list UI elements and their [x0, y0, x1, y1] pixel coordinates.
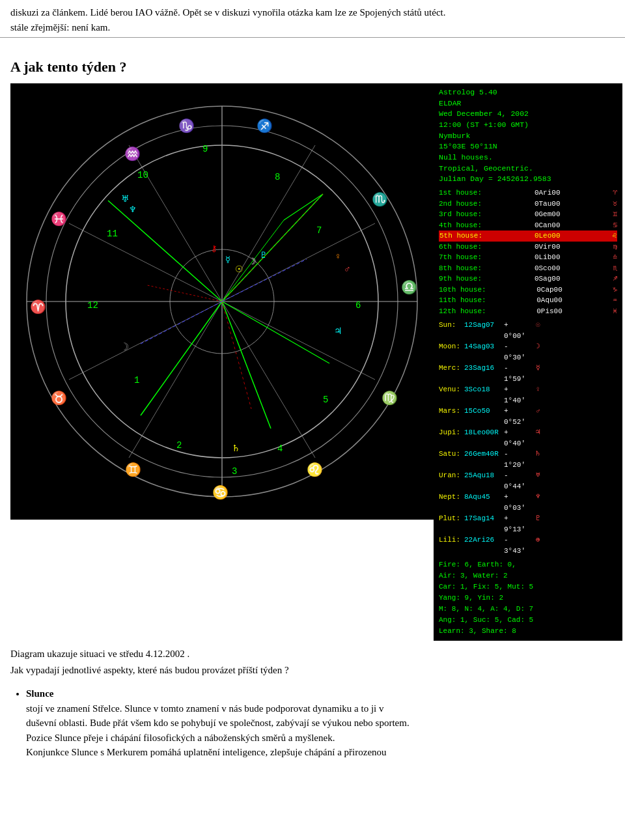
- chart-info-panel: Astrolog 5.40 ELDAR Wed December 4, 2002…: [434, 83, 622, 641]
- stat-learn: Learn: 3, Share: 8: [439, 626, 617, 637]
- svg-line-19: [108, 201, 222, 301]
- svg-text:♊: ♊: [125, 462, 141, 477]
- bullet-text-slunce-4: Konjunkce Slunce s Merkurem pomáhá uplat…: [26, 747, 387, 757]
- svg-text:☉: ☉: [235, 264, 243, 274]
- section-question-heading: A jak tento týden ?: [0, 43, 625, 83]
- svg-line-21: [284, 194, 323, 220]
- svg-text:9: 9: [202, 144, 208, 154]
- svg-line-10: [69, 223, 222, 301]
- svg-text:3: 3: [232, 466, 237, 477]
- stat-yang: Yang: 9, Yin: 2: [439, 593, 617, 604]
- svg-text:♅: ♅: [121, 194, 130, 204]
- info-software: Astrolog 5.40: [439, 87, 617, 98]
- below-chart-section: Diagram ukazuje situaci ve středu 4.12.2…: [0, 641, 625, 686]
- top-line2: stále zřejmější: není kam.: [10, 22, 110, 33]
- svg-text:4: 4: [277, 443, 283, 454]
- svg-text:♉: ♉: [51, 390, 67, 406]
- info-coords: 15°03E 50°11N: [439, 141, 617, 152]
- svg-text:☿: ☿: [225, 255, 230, 264]
- svg-line-12: [222, 223, 375, 301]
- info-location: Nymburk: [439, 131, 617, 142]
- info-name: ELDAR: [439, 98, 617, 109]
- diagram-caption: Diagram ukazuje situaci ve středu 4.12.2…: [10, 649, 615, 660]
- bullet-text-slunce-2: duševní oblasti. Bude přát všem kdo se p…: [26, 718, 410, 728]
- svg-text:♆: ♆: [129, 204, 137, 214]
- svg-text:♃: ♃: [334, 326, 342, 336]
- svg-text:♇: ♇: [260, 250, 268, 260]
- top-text-block: diskuzi za článkem. Lidé berou IAO vážně…: [0, 0, 625, 38]
- bullet-section: Slunce stojí ve znamení Střelce. Slunce …: [0, 686, 625, 774]
- svg-line-20: [222, 301, 329, 363]
- svg-text:5: 5: [323, 395, 328, 405]
- planets-section: Sun:12Sag07+ 0°00'☉ Moon:14Sag03- 0°30'☽…: [439, 320, 617, 556]
- info-date: Wed December 4, 2002: [439, 109, 617, 120]
- astro-chart: 12 1 2 3 4 5 6 7 8 9 10 11 ♑ ♐ ♏ ♎ ♍ ♌: [10, 83, 434, 520]
- svg-text:10: 10: [137, 170, 148, 180]
- svg-text:☽: ☽: [120, 341, 129, 352]
- svg-text:8: 8: [275, 172, 280, 182]
- svg-text:♍: ♍: [382, 390, 398, 406]
- stat-air: Air: 3, Water: 2: [439, 570, 617, 581]
- info-system: Tropical, Geocentric.: [439, 163, 617, 175]
- bullet-text-slunce-1: stojí ve znamení Střelce. Slunce v tomto…: [26, 703, 383, 714]
- svg-text:11: 11: [107, 229, 118, 239]
- svg-text:♋: ♋: [212, 484, 229, 500]
- svg-text:♒: ♒: [124, 146, 141, 161]
- svg-text:7: 7: [316, 225, 322, 236]
- chart-row: 12 1 2 3 4 5 6 7 8 9 10 11 ♑ ♐ ♏ ♎ ♍ ♌: [0, 83, 625, 641]
- svg-text:6: 6: [355, 300, 361, 311]
- houses-table: 1st house:0Ari00♈ 2nd house:0Tau00♉ 3rd …: [439, 188, 617, 316]
- stat-fire: Fire: 6, Earth: 0,: [439, 559, 617, 570]
- stat-m: M: 8, N: 4, A: 4, D: 7: [439, 604, 617, 615]
- svg-text:☽: ☽: [248, 257, 257, 266]
- top-line1: diskuzi za článkem. Lidé berou IAO vážně…: [10, 7, 446, 18]
- aspects-question: Jak vypadají jednotlivé aspekty, které n…: [10, 665, 615, 676]
- svg-line-25: [147, 285, 222, 301]
- bullet-slunce: Slunce stojí ve znamení Střelce. Slunce …: [26, 686, 615, 760]
- bullet-text-slunce-3: Pozice Slunce přeje i chápání filosofick…: [26, 733, 335, 743]
- svg-text:♏: ♏: [372, 191, 388, 207]
- aspects-list: Slunce stojí ve znamení Střelce. Slunce …: [10, 686, 615, 760]
- stat-car: Car: 1, Fix: 5, Mut: 5: [439, 581, 617, 593]
- svg-text:♂: ♂: [344, 264, 351, 274]
- svg-line-11: [222, 301, 375, 380]
- svg-text:♑: ♑: [178, 118, 195, 133]
- bullet-title-slunce: Slunce: [26, 688, 54, 699]
- svg-line-24: [222, 301, 251, 409]
- svg-text:1: 1: [134, 375, 139, 385]
- svg-text:♀: ♀: [335, 251, 342, 261]
- svg-text:♓: ♓: [51, 211, 67, 227]
- svg-line-13: [69, 301, 222, 380]
- svg-text:♄: ♄: [232, 443, 240, 453]
- svg-text:♈: ♈: [30, 299, 46, 315]
- svg-text:♐: ♐: [257, 118, 273, 133]
- svg-text:♌: ♌: [307, 462, 323, 477]
- svg-text:2: 2: [176, 440, 182, 451]
- info-julian: Julian Day = 2452612.9583: [439, 174, 617, 185]
- chart-stats: Fire: 6, Earth: 0, Air: 3, Water: 2 Car:…: [439, 559, 617, 637]
- svg-text:♎: ♎: [401, 279, 417, 295]
- svg-text:12: 12: [87, 300, 98, 311]
- stat-ang: Ang: 1, Suc: 5, Cad: 5: [439, 615, 617, 626]
- svg-line-17: [141, 301, 222, 415]
- svg-line-23: [222, 194, 323, 301]
- svg-text:⚷: ⚷: [211, 244, 217, 253]
- svg-line-18: [222, 301, 271, 428]
- info-time: 12:00 (ST +1:00 GMT): [439, 120, 617, 131]
- info-null: Null houses.: [439, 152, 617, 163]
